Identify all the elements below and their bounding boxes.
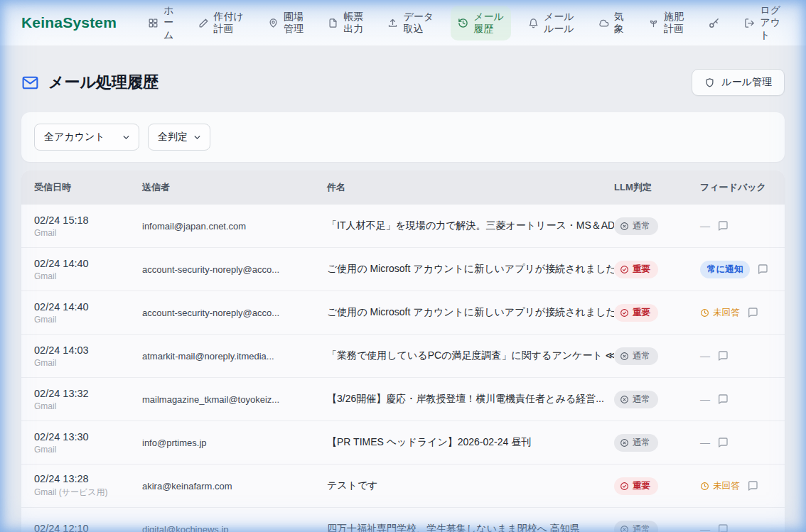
nav-item-logout[interactable]: ログ アウ ト bbox=[737, 0, 788, 46]
nav-item-label: 気 象 bbox=[614, 11, 624, 36]
table-row[interactable]: 02/24 13:30Gmailinfo@prtimes.jp【PR TIMES… bbox=[21, 421, 785, 465]
sender-cell: account-security-noreply@acco... bbox=[142, 308, 327, 318]
received-datetime-cell: 02/24 13:30Gmail bbox=[34, 431, 142, 455]
comment-bubble-icon[interactable] bbox=[747, 307, 758, 318]
nav-item-key[interactable] bbox=[701, 12, 727, 34]
circle-x-icon bbox=[620, 352, 629, 361]
received-datetime-cell: 02/24 15:18Gmail bbox=[34, 215, 142, 238]
clock-icon bbox=[700, 308, 709, 317]
feedback-cell: — bbox=[700, 350, 785, 362]
table-row[interactable]: 02/24 15:18Gmailinfomail@japan.cnet.com「… bbox=[21, 205, 785, 248]
judgement-label: 通常 bbox=[633, 523, 650, 532]
column-header: 受信日時 bbox=[34, 181, 142, 194]
table-row[interactable]: 02/24 14:40Gmailaccount-security-noreply… bbox=[21, 291, 785, 335]
received-datetime: 02/24 13:32 bbox=[34, 388, 142, 399]
filter-panel: 全アカウント 全判定 bbox=[21, 112, 785, 162]
received-datetime-cell: 02/24 14:03Gmail bbox=[34, 344, 142, 368]
nav-item-label: 施肥 計画 bbox=[664, 11, 684, 36]
subject-cell: 四万十福祉専門学校、学生募集しないまま閉校へ 高知県 bbox=[327, 523, 614, 532]
llm-judgement-badge: 通常 bbox=[614, 217, 658, 235]
nav-item-field-management[interactable]: 圃場 管理 bbox=[261, 6, 311, 40]
column-header: 送信者 bbox=[142, 181, 327, 194]
judgement-label: 通常 bbox=[633, 350, 650, 362]
received-datetime-cell: 02/24 13:28Gmail (サービス用) bbox=[34, 473, 142, 499]
sender-cell: atmarkit-mail@noreply.itmedia... bbox=[142, 351, 327, 362]
comment-bubble-icon[interactable] bbox=[717, 393, 729, 405]
judgement-cell: 通常 bbox=[614, 391, 700, 408]
received-datetime: 02/24 12:10 bbox=[34, 523, 142, 532]
account-label: Gmail bbox=[34, 445, 142, 455]
nav-item-fertilizer-plan[interactable]: 施肥 計画 bbox=[641, 6, 691, 40]
nav-item-label: データ 取込 bbox=[403, 11, 434, 36]
comment-bubble-icon[interactable] bbox=[717, 523, 729, 532]
nav-item-data-import[interactable]: データ 取込 bbox=[380, 6, 441, 40]
comment-bubble-icon[interactable] bbox=[717, 437, 729, 448]
subject-cell: 「IT人材不足」を現場の力で解決。三菱オートリース・MS＆AD... bbox=[327, 219, 614, 232]
circle-check-icon bbox=[620, 265, 629, 274]
received-datetime: 02/24 13:30 bbox=[34, 431, 142, 443]
shield-icon bbox=[704, 77, 715, 88]
no-feedback-dash: — bbox=[700, 393, 710, 405]
history-icon bbox=[458, 18, 468, 28]
circle-x-icon bbox=[620, 525, 629, 532]
account-filter-select[interactable]: 全アカウント bbox=[34, 124, 139, 151]
upload-icon bbox=[387, 18, 398, 28]
no-feedback-dash: — bbox=[700, 523, 710, 532]
judgement-label: 通常 bbox=[633, 437, 650, 449]
nav-item-label: ログ アウ ト bbox=[760, 4, 780, 42]
feedback-status: 未回答 bbox=[700, 480, 740, 492]
judgement-cell: 通常 bbox=[614, 434, 700, 452]
table-row[interactable]: 02/24 13:32Gmailmailmagazine_tkmail@toyo… bbox=[21, 378, 785, 421]
judgement-cell: 通常 bbox=[614, 347, 700, 365]
llm-judgement-badge: 重要 bbox=[614, 261, 658, 278]
received-datetime-cell: 02/24 13:32Gmail bbox=[34, 388, 142, 411]
column-header: LLM判定 bbox=[614, 181, 700, 194]
no-feedback-dash: — bbox=[700, 437, 710, 448]
judgement-label: 通常 bbox=[633, 220, 650, 232]
circle-x-icon bbox=[620, 222, 629, 231]
table-row[interactable]: 02/24 13:28Gmail (サービス用)akira@keinafarm.… bbox=[21, 465, 785, 508]
page-title-text: メール処理履歴 bbox=[48, 72, 158, 93]
nav-item-mail-rules[interactable]: メール ルール bbox=[521, 6, 581, 40]
top-nav: KeinaSystem ホ ー ム作付け 計画圃場 管理帳票 出力データ 取込メ… bbox=[0, 0, 806, 45]
account-label: Gmail bbox=[34, 401, 142, 411]
comment-bubble-icon[interactable] bbox=[717, 220, 729, 232]
no-feedback-dash: — bbox=[700, 350, 710, 362]
pin-icon bbox=[268, 18, 279, 28]
chevron-down-icon bbox=[193, 133, 202, 142]
received-datetime-cell: 02/24 12:10 bbox=[34, 523, 142, 532]
llm-judgement-badge: 通常 bbox=[614, 391, 658, 408]
rule-management-button[interactable]: ルール管理 bbox=[692, 69, 785, 96]
nav-item-weather[interactable]: 気 象 bbox=[591, 6, 631, 40]
account-label: Gmail bbox=[34, 228, 142, 238]
judgement-label: 重要 bbox=[633, 264, 650, 276]
llm-judgement-badge: 通常 bbox=[614, 434, 658, 452]
nav-item-label: ホ ー ム bbox=[163, 4, 173, 42]
nav-item-label: 帳票 出力 bbox=[343, 11, 363, 36]
comment-bubble-icon[interactable] bbox=[757, 264, 768, 275]
nav-item-report-output[interactable]: 帳票 出力 bbox=[321, 6, 370, 40]
subject-cell: 「業務で使用しているPCの満足度調査」に関するアンケート ≪... bbox=[327, 349, 614, 362]
llm-judgement-badge: 通常 bbox=[614, 347, 658, 365]
table-row[interactable]: 02/24 12:10digital@kochinews.jp四万十福祉専門学校… bbox=[21, 508, 785, 532]
comment-bubble-icon[interactable] bbox=[747, 480, 758, 492]
sender-cell: akira@keinafarm.com bbox=[142, 481, 327, 492]
main-nav: ホ ー ム作付け 計画圃場 管理帳票 出力データ 取込メール 履歴メール ルール… bbox=[141, 0, 788, 46]
comment-bubble-icon[interactable] bbox=[717, 350, 729, 362]
sender-cell: account-security-noreply@acco... bbox=[142, 264, 327, 275]
column-header: 件名 bbox=[327, 181, 614, 194]
judgement-filter-select[interactable]: 全判定 bbox=[148, 124, 210, 151]
received-datetime: 02/24 14:40 bbox=[34, 258, 142, 269]
table-row[interactable]: 02/24 14:03Gmailatmarkit-mail@noreply.it… bbox=[21, 335, 785, 378]
sender-cell: digital@kochinews.jp bbox=[142, 524, 327, 532]
nav-item-mail-history[interactable]: メール 履歴 bbox=[451, 6, 511, 40]
feedback-status: 未回答 bbox=[700, 307, 740, 319]
feedback-cell: 常に通知 bbox=[700, 261, 785, 278]
seedling-icon bbox=[648, 18, 659, 28]
account-label: Gmail bbox=[34, 358, 142, 368]
table-row[interactable]: 02/24 14:40Gmailaccount-security-noreply… bbox=[21, 248, 785, 291]
nav-item-planting-plan[interactable]: 作付け 計画 bbox=[191, 6, 251, 40]
nav-item-home[interactable]: ホ ー ム bbox=[141, 0, 181, 46]
circle-check-icon bbox=[620, 308, 629, 317]
sender-cell: infomail@japan.cnet.com bbox=[142, 221, 327, 232]
